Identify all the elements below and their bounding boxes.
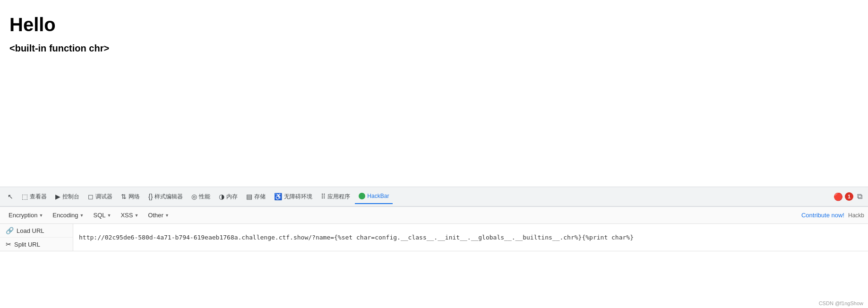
devtools-debugger[interactable]: ◻ 调试器 [84,189,116,204]
hackbar-brand: Hackb [848,212,864,219]
style-editor-icon: {} [148,193,153,200]
load-url-button[interactable]: 🔗 Load URL [0,224,73,238]
encoding-arrow-icon: ▼ [80,213,84,218]
application-icon: ⠿ [321,193,326,200]
url-input-area [73,224,868,251]
split-url-icon: ✂ [6,240,11,248]
hackbar-right: Contribute now! Hackb [801,212,864,219]
devtools-error-area: 🔴 1 ⧉ [834,190,864,203]
hackbar-menu-other[interactable]: Other ▼ [143,210,173,221]
network-label: 网络 [129,193,140,201]
page-heading: Hello [9,14,859,35]
console-icon: ▶ [55,193,60,200]
devtools-storage[interactable]: ▤ 存储 [242,189,269,204]
devtools-application[interactable]: ⠿ 应用程序 [317,189,354,204]
memory-label: 内存 [226,193,238,201]
inspector-label: 查看器 [30,193,47,201]
devtools-style-editor[interactable]: {} 样式编辑器 [145,189,187,204]
devtools-memory[interactable]: ◑ 内存 [215,189,241,204]
url-input[interactable] [79,234,862,241]
page-subheading: <built-in function chr> [9,43,859,54]
cursor-icon: ↖ [8,193,13,200]
encryption-arrow-icon: ▼ [39,213,43,218]
xss-arrow-icon: ▼ [134,213,138,218]
url-row: 🔗 Load URL ✂ Split URL [0,224,868,251]
error-count: 1 [845,192,853,201]
storage-label: 存储 [254,193,266,201]
hackbar-menu-xss[interactable]: XSS ▼ [116,210,143,221]
memory-icon: ◑ [219,193,224,200]
console-label: 控制台 [62,193,79,201]
hackbar-menu-encoding[interactable]: Encoding ▼ [48,210,88,221]
devtools-performance[interactable]: ◎ 性能 [188,189,214,204]
devtools-inspector[interactable]: ⬚ 查看器 [18,189,51,204]
encoding-label: Encoding [52,212,78,219]
error-icon: 🔴 [834,192,843,201]
other-label: Other [148,212,163,219]
split-url-button[interactable]: ✂ Split URL [0,238,73,251]
style-editor-label: 样式编辑器 [155,193,183,201]
devtools-bar: ↖ ⬚ 查看器 ▶ 控制台 ◻ 调试器 ⇅ 网络 {} 样式编辑器 ◎ 性能 ◑… [0,187,868,206]
other-arrow-icon: ▼ [165,213,169,218]
copy-icon[interactable]: ⧉ [855,190,864,203]
storage-icon: ▤ [246,193,252,200]
error-badge[interactable]: 🔴 1 [834,192,853,201]
devtools-cursor-icon[interactable]: ↖ [4,189,17,204]
accessibility-label: 无障碍环境 [284,193,312,201]
performance-label: 性能 [199,193,210,201]
split-url-label: Split URL [14,241,40,248]
contribute-link[interactable]: Contribute now! [801,212,844,219]
devtools-console[interactable]: ▶ 控制台 [52,189,83,204]
encryption-label: Encryption [9,212,37,219]
sql-arrow-icon: ▼ [107,213,112,218]
hackbar-menu-sql[interactable]: SQL ▼ [88,210,116,221]
network-icon: ⇅ [121,193,127,200]
load-url-label: Load URL [17,227,44,234]
main-content: Hello <built-in function chr> [0,0,868,187]
hackbar-dot-icon [359,193,365,199]
debugger-icon: ◻ [88,193,94,200]
load-url-icon: 🔗 [6,227,14,234]
devtools-accessibility[interactable]: ♿ 无障碍环境 [270,189,316,204]
inspector-icon: ⬚ [22,193,28,200]
url-buttons: 🔗 Load URL ✂ Split URL [0,224,73,251]
application-label: 应用程序 [327,193,350,201]
devtools-hackbar[interactable]: HackBar [355,189,393,204]
hackbar-label: HackBar [367,193,389,199]
watermark: CSDN @f1ngShow [819,300,863,306]
xss-label: XSS [120,212,133,219]
accessibility-icon: ♿ [274,193,282,200]
sql-label: SQL [93,212,105,219]
performance-icon: ◎ [191,193,197,200]
hackbar-area: Encryption ▼ Encoding ▼ SQL ▼ XSS ▼ Othe… [0,206,868,251]
hackbar-menu: Encryption ▼ Encoding ▼ SQL ▼ XSS ▼ Othe… [0,207,868,224]
hackbar-menu-encryption[interactable]: Encryption ▼ [4,210,48,221]
devtools-network[interactable]: ⇅ 网络 [117,189,144,204]
debugger-label: 调试器 [95,193,112,201]
